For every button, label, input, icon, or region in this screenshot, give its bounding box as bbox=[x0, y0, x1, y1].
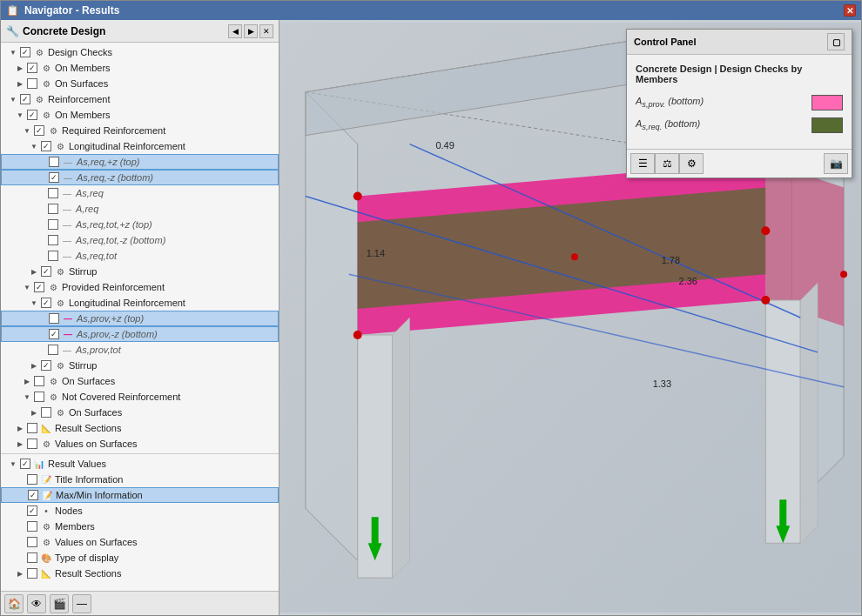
as-req-tot-item[interactable]: — As,req,tot bbox=[1, 248, 279, 264]
a-req-item[interactable]: — A,req bbox=[1, 201, 279, 217]
reinforcement-item[interactable]: ⚙ Reinforcement bbox=[1, 91, 279, 107]
tree-icon: ⚙ bbox=[54, 297, 66, 309]
checkbox[interactable] bbox=[48, 219, 58, 230]
title-information-item[interactable]: 📝 Title Information bbox=[1, 472, 279, 487]
nav-tree[interactable]: ⚙ Design Checks ⚙ On Members ⚙ On Surfac… bbox=[1, 43, 279, 591]
cp-scale-btn[interactable]: ⚖ bbox=[655, 153, 679, 174]
item-label: Values on Surfaces bbox=[55, 537, 138, 547]
line-icon: — bbox=[62, 171, 74, 184]
checkbox[interactable] bbox=[48, 251, 58, 261]
on-surfaces-1-item[interactable]: ⚙ On Surfaces bbox=[1, 76, 279, 91]
checkbox[interactable] bbox=[48, 204, 58, 214]
tree-icon: 🎨 bbox=[40, 552, 52, 564]
result-sections-2-item[interactable]: 📐 Result Sections bbox=[1, 566, 279, 581]
result-values-item[interactable]: 📊 Result Values bbox=[1, 456, 279, 472]
checkbox[interactable] bbox=[20, 94, 30, 104]
nav-close-btn[interactable]: ✕ bbox=[259, 24, 273, 38]
members-item[interactable]: ⚙ Members bbox=[1, 519, 279, 534]
result-sections-1-item[interactable]: 📐 Result Sections bbox=[1, 420, 279, 436]
as-req-tot-plus-z-item[interactable]: — As,req,tot,+z (top) bbox=[1, 217, 279, 232]
nav-back-btn[interactable]: ◀ bbox=[228, 24, 242, 38]
title-bar: 📋 Navigator - Results ✕ bbox=[1, 1, 861, 20]
checkbox[interactable] bbox=[27, 474, 37, 485]
tree-icon: 📐 bbox=[40, 567, 52, 579]
as-req-tot-minus-z-item[interactable]: — As,req,tot,-z (bottom) bbox=[1, 232, 279, 248]
checkbox[interactable] bbox=[27, 568, 37, 579]
expand-arrow bbox=[22, 392, 32, 402]
nav-controls: ◀ ▶ ✕ bbox=[228, 24, 273, 38]
checkbox[interactable] bbox=[34, 376, 44, 386]
legend-item-req: As,req. (bottom) bbox=[636, 117, 843, 133]
expand-arrow bbox=[29, 266, 39, 277]
tree-icon: • bbox=[40, 505, 52, 517]
on-members-2-item[interactable]: ⚙ On Members bbox=[1, 107, 279, 123]
checkbox[interactable] bbox=[27, 423, 37, 433]
checkbox[interactable] bbox=[49, 329, 59, 339]
not-covered-rein-item[interactable]: ⚙ Not Covered Reinforcement bbox=[1, 389, 279, 405]
checkbox[interactable] bbox=[49, 157, 59, 167]
as-req-minus-z-item[interactable]: — As,req,-z (bottom) bbox=[1, 170, 279, 185]
as-prov-plus-z-item[interactable]: — As,prov,+z (top) bbox=[1, 311, 279, 326]
checkbox[interactable] bbox=[27, 521, 37, 532]
expand-arrow bbox=[15, 78, 25, 89]
svg-point-21 bbox=[761, 296, 770, 305]
longitudinal-rein-2-item[interactable]: ⚙ Longitudinal Reinforcement bbox=[1, 295, 279, 311]
maximize-button[interactable]: ▢ bbox=[827, 33, 845, 50]
checkbox[interactable] bbox=[41, 141, 51, 151]
as-prov-minus-z-item[interactable]: — As,prov,-z (bottom) bbox=[1, 326, 279, 342]
checkbox[interactable] bbox=[49, 313, 59, 324]
provided-reinforcement-item[interactable]: ⚙ Provided Reinforcement bbox=[1, 279, 279, 295]
checkbox[interactable] bbox=[41, 360, 51, 371]
as-req-plus-z-item[interactable]: — As,req,+z (top) bbox=[1, 154, 279, 170]
on-members-1-item[interactable]: ⚙ On Members bbox=[1, 60, 279, 76]
checkbox[interactable] bbox=[41, 298, 51, 308]
required-reinforcement-item[interactable]: ⚙ Required Reinforcement bbox=[1, 123, 279, 138]
checkbox[interactable] bbox=[27, 63, 37, 73]
checkbox[interactable] bbox=[34, 392, 44, 402]
close-button[interactable]: ✕ bbox=[844, 4, 856, 17]
as-prov-tot-item[interactable]: — As,prov,tot bbox=[1, 342, 279, 358]
item-label: Stirrup bbox=[69, 266, 97, 277]
nav-forward-btn[interactable]: ▶ bbox=[244, 24, 258, 38]
checkbox[interactable] bbox=[20, 47, 30, 57]
separator-button[interactable]: — bbox=[72, 594, 91, 613]
checkbox[interactable] bbox=[48, 188, 58, 198]
values-on-surfaces-item[interactable]: ⚙ Values on Surfaces bbox=[1, 436, 279, 452]
as-req-item[interactable]: — As,req bbox=[1, 185, 279, 201]
cp-list-btn[interactable]: ☰ bbox=[630, 153, 655, 174]
checkbox[interactable] bbox=[27, 552, 37, 563]
item-label: Members bbox=[55, 521, 95, 532]
checkbox[interactable] bbox=[20, 459, 30, 469]
checkbox[interactable] bbox=[49, 172, 59, 183]
values-on-surfaces-2-item[interactable]: ⚙ Values on Surfaces bbox=[1, 534, 279, 550]
checkbox[interactable] bbox=[27, 78, 37, 89]
checkbox[interactable] bbox=[41, 266, 51, 277]
longitudinal-rein-1-item[interactable]: ⚙ Longitudinal Reinforcement bbox=[1, 138, 279, 154]
home-button[interactable]: 🏠 bbox=[4, 594, 24, 613]
checkbox[interactable] bbox=[27, 537, 37, 547]
on-surfaces-2-item[interactable]: ⚙ On Surfaces bbox=[1, 373, 279, 389]
design-checks-item[interactable]: ⚙ Design Checks bbox=[1, 44, 279, 60]
svg-point-15 bbox=[354, 191, 362, 200]
expand-arrow bbox=[29, 141, 39, 151]
checkbox[interactable] bbox=[27, 506, 37, 516]
checkbox[interactable] bbox=[27, 110, 37, 120]
tree-icon: ⚙ bbox=[54, 406, 66, 418]
eye-button[interactable]: 👁 bbox=[27, 594, 46, 613]
checkbox[interactable] bbox=[28, 490, 38, 500]
checkbox[interactable] bbox=[27, 439, 37, 449]
checkbox[interactable] bbox=[34, 282, 44, 292]
checkbox[interactable] bbox=[48, 345, 58, 355]
camera-button[interactable]: 🎬 bbox=[50, 594, 69, 613]
max-min-information-item[interactable]: 📝 Max/Min Information bbox=[1, 487, 279, 503]
type-of-display-item[interactable]: 🎨 Type of display bbox=[1, 550, 279, 566]
on-surfaces-3-item[interactable]: ⚙ On Surfaces bbox=[1, 405, 279, 420]
stirrup-2-item[interactable]: ⚙ Stirrup bbox=[1, 358, 279, 373]
checkbox[interactable] bbox=[48, 235, 58, 245]
cp-settings-btn[interactable]: ⚙ bbox=[679, 153, 704, 174]
checkbox[interactable] bbox=[34, 125, 44, 136]
nodes-item[interactable]: • Nodes bbox=[1, 503, 279, 519]
checkbox[interactable] bbox=[41, 407, 51, 418]
stirrup-1-item[interactable]: ⚙ Stirrup bbox=[1, 264, 279, 279]
cp-screenshot-btn[interactable]: 📷 bbox=[824, 153, 848, 174]
